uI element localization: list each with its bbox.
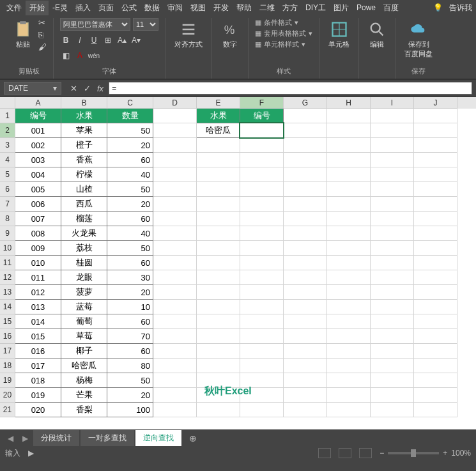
cell-I17[interactable] xyxy=(371,344,414,359)
col-header-I[interactable]: I xyxy=(371,97,414,109)
row-header-8[interactable]: 8 xyxy=(0,212,15,226)
col-header-B[interactable]: B xyxy=(61,97,107,109)
format-painter-button[interactable]: 🖌 xyxy=(38,42,47,52)
cell-F7[interactable] xyxy=(240,197,284,212)
cell-E17[interactable] xyxy=(197,344,240,359)
cell-H17[interactable] xyxy=(327,344,371,359)
cell-E21[interactable] xyxy=(197,403,240,417)
cell-E4[interactable] xyxy=(197,153,240,167)
cell-C16[interactable]: 70 xyxy=(107,329,153,344)
cell-J12[interactable] xyxy=(414,270,457,285)
border-button[interactable]: ⊞ xyxy=(102,35,114,46)
cell-C7[interactable]: 20 xyxy=(107,197,153,212)
formula-input[interactable] xyxy=(109,82,472,95)
cell-B17[interactable]: 椰子 xyxy=(61,344,107,359)
cell-A1[interactable]: 编号 xyxy=(15,109,61,123)
cell-G5[interactable] xyxy=(284,167,327,182)
cell-J20[interactable] xyxy=(414,388,457,403)
cell-D7[interactable] xyxy=(153,197,197,212)
cell-J15[interactable] xyxy=(414,314,457,329)
cell-B19[interactable]: 杨梅 xyxy=(61,373,107,388)
cell-A6[interactable]: 005 xyxy=(15,182,61,197)
cell-I18[interactable] xyxy=(371,359,414,373)
menu-item-10[interactable]: 帮助 xyxy=(233,1,256,15)
cell-I4[interactable] xyxy=(371,153,414,167)
cell-G15[interactable] xyxy=(284,314,327,329)
cell-F12[interactable] xyxy=(240,270,284,285)
cell-D6[interactable] xyxy=(153,182,197,197)
row-header-13[interactable]: 13 xyxy=(0,285,15,300)
row-header-20[interactable]: 20 xyxy=(0,388,15,403)
number-button[interactable]: % 数字 xyxy=(219,18,242,52)
row-header-18[interactable]: 18 xyxy=(0,359,15,373)
cell-H6[interactable] xyxy=(327,182,371,197)
cell-F21[interactable] xyxy=(240,403,284,417)
cell-E5[interactable] xyxy=(197,167,240,182)
cell-C21[interactable]: 100 xyxy=(107,403,153,417)
cell-F10[interactable] xyxy=(240,241,284,256)
sheet-tab-1[interactable]: 一对多查找 xyxy=(81,430,134,446)
view-pagebreak-button[interactable] xyxy=(359,448,372,458)
cell-D10[interactable] xyxy=(153,241,197,256)
cell-D3[interactable] xyxy=(153,138,197,153)
cell-H20[interactable] xyxy=(327,388,371,403)
cell-D14[interactable] xyxy=(153,300,197,314)
cell-B11[interactable]: 桂圆 xyxy=(61,256,107,270)
cell-J17[interactable] xyxy=(414,344,457,359)
cell-G12[interactable] xyxy=(284,270,327,285)
cell-D5[interactable] xyxy=(153,167,197,182)
row-header-4[interactable]: 4 xyxy=(0,153,15,167)
cell-B7[interactable]: 西瓜 xyxy=(61,197,107,212)
cell-F5[interactable] xyxy=(240,167,284,182)
cell-G6[interactable] xyxy=(284,182,327,197)
cell-B6[interactable]: 山楂 xyxy=(61,182,107,197)
cell-D1[interactable] xyxy=(153,109,197,123)
cell-A15[interactable]: 014 xyxy=(15,314,61,329)
cell-H2[interactable] xyxy=(327,123,371,138)
cell-H11[interactable] xyxy=(327,256,371,270)
row-header-2[interactable]: 2 xyxy=(0,123,15,138)
cell-E16[interactable] xyxy=(197,329,240,344)
cell-B8[interactable]: 榴莲 xyxy=(61,212,107,226)
row-header-21[interactable]: 21 xyxy=(0,403,15,417)
cell-I2[interactable] xyxy=(371,123,414,138)
cell-D13[interactable] xyxy=(153,285,197,300)
table-format-button[interactable]: ▦套用表格格式▾ xyxy=(255,29,312,38)
cell-G16[interactable] xyxy=(284,329,327,344)
col-header-H[interactable]: H xyxy=(327,97,371,109)
row-header-16[interactable]: 16 xyxy=(0,329,15,344)
cell-G8[interactable] xyxy=(284,212,327,226)
cell-D17[interactable] xyxy=(153,344,197,359)
menu-item-4[interactable]: 页面 xyxy=(95,1,118,15)
cell-G1[interactable] xyxy=(284,109,327,123)
cell-D2[interactable] xyxy=(153,123,197,138)
cell-A8[interactable]: 007 xyxy=(15,212,61,226)
cell-J7[interactable] xyxy=(414,197,457,212)
conditional-format-button[interactable]: ▦条件格式▾ xyxy=(255,18,312,27)
cell-G14[interactable] xyxy=(284,300,327,314)
cell-H15[interactable] xyxy=(327,314,371,329)
cell-H18[interactable] xyxy=(327,359,371,373)
cell-J9[interactable] xyxy=(414,226,457,241)
underline-button[interactable]: U xyxy=(88,35,100,46)
cell-I11[interactable] xyxy=(371,256,414,270)
cell-B13[interactable]: 菠萝 xyxy=(61,285,107,300)
cell-F3[interactable] xyxy=(240,138,284,153)
cell-G19[interactable] xyxy=(284,373,327,388)
col-header-C[interactable]: C xyxy=(107,97,153,109)
cell-J1[interactable] xyxy=(414,109,457,123)
cell-D11[interactable] xyxy=(153,256,197,270)
cell-A13[interactable]: 012 xyxy=(15,285,61,300)
cell-I3[interactable] xyxy=(371,138,414,153)
worksheet-grid[interactable]: ABCDEFGHIJ 1编号水果数量水果编号2001苹果50哈密瓜3002橙子2… xyxy=(0,97,476,429)
sheet-nav-next[interactable]: ▶ xyxy=(19,434,32,443)
cell-B2[interactable]: 苹果 xyxy=(61,123,107,138)
cell-C12[interactable]: 30 xyxy=(107,270,153,285)
cell-G9[interactable] xyxy=(284,226,327,241)
cell-H21[interactable] xyxy=(327,403,371,417)
font-increase-button[interactable]: A▴ xyxy=(116,35,128,46)
cell-B5[interactable]: 柠檬 xyxy=(61,167,107,182)
menu-item-5[interactable]: 公式 xyxy=(118,1,141,15)
cell-A17[interactable]: 016 xyxy=(15,344,61,359)
cell-E12[interactable] xyxy=(197,270,240,285)
